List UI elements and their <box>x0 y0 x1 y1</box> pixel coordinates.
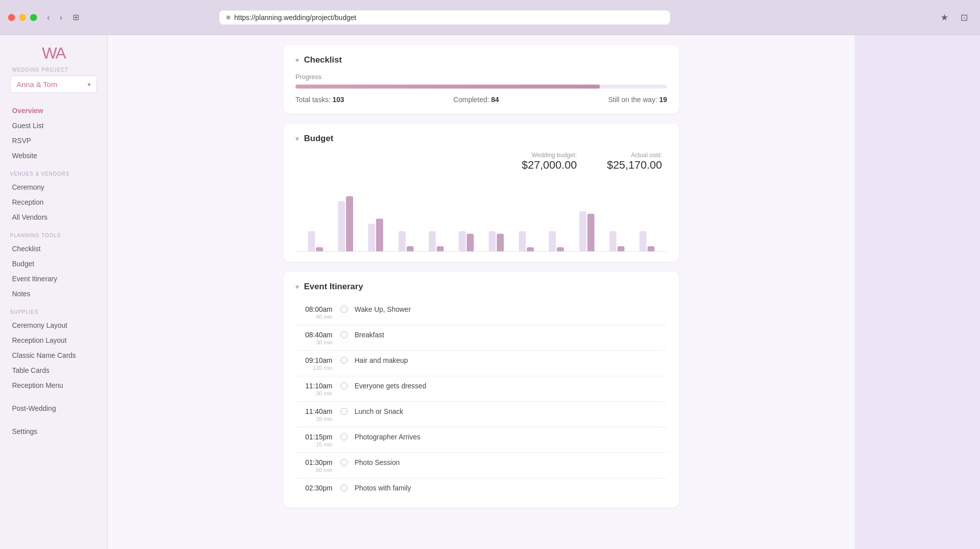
chart-bar-group <box>421 231 451 251</box>
budget-stats: Wedding budget: $27,000.00 Actual cost: … <box>295 152 667 172</box>
close-button[interactable] <box>8 14 15 21</box>
actual-cost-stat: Actual cost: $25,170.00 <box>607 152 662 172</box>
checklist-header[interactable]: ▾ Checklist <box>295 55 667 65</box>
still-on-way-stat: Still on the way: 19 <box>608 96 667 104</box>
itinerary-time-block: 09:10am120 min <box>295 356 341 371</box>
chart-bar-group <box>511 231 541 251</box>
chart-bar-group <box>391 231 421 251</box>
sidebar-item-notes[interactable]: Notes <box>8 286 99 301</box>
itinerary-item: 08:40am30 minBreakfast <box>295 325 667 351</box>
itinerary-time: 01:15pm <box>305 433 333 441</box>
actual-cost-value: $25,170.00 <box>607 159 662 172</box>
itinerary-time: 09:10am <box>305 356 333 364</box>
budget-bar <box>338 201 345 251</box>
actual-bar <box>316 247 323 251</box>
progress-bar-track <box>295 85 667 89</box>
budget-bar <box>639 231 646 251</box>
total-tasks-value: 103 <box>333 96 344 104</box>
completed-value: 84 <box>491 96 499 104</box>
actual-bar <box>467 234 474 251</box>
sidebar-item-ceremony-layout[interactable]: Ceremony Layout <box>8 318 99 333</box>
nav-settings-section: Settings <box>0 424 107 439</box>
itinerary-time: 02:30pm <box>305 484 333 492</box>
sidebar-item-overview[interactable]: Overview <box>8 103 99 118</box>
sidebar-item-reception-menu[interactable]: Reception Menu <box>8 378 99 393</box>
sidebar-item-guest-list[interactable]: Guest List <box>8 118 99 133</box>
actual-cost-label: Actual cost: <box>607 152 662 159</box>
expand-button[interactable]: ⊡ <box>956 10 972 25</box>
itinerary-time: 08:00am <box>305 305 333 313</box>
forward-button[interactable]: › <box>56 11 66 24</box>
browser-actions: ★ ⊡ <box>936 10 972 25</box>
sidebar-logo: WA WEDDING PROJECT Anna & Tom ▾ <box>0 45 107 93</box>
sidebar-item-checklist[interactable]: Checklist <box>8 241 99 256</box>
sidebar-item-budget[interactable]: Budget <box>8 256 99 271</box>
minimize-button[interactable] <box>19 14 26 21</box>
maximize-button[interactable] <box>30 14 37 21</box>
sidebar-item-reception[interactable]: Reception <box>8 195 99 210</box>
planning-label: PLANNING TOOLS <box>8 233 99 238</box>
security-icon <box>226 16 230 20</box>
wedding-budget-stat: Wedding budget: $27,000.00 <box>522 152 577 172</box>
sidebar-item-website[interactable]: Website <box>8 148 99 163</box>
checklist-title: Checklist <box>304 55 342 65</box>
chart-bar-group <box>451 231 481 251</box>
bookmark-button[interactable]: ★ <box>936 10 952 25</box>
address-bar[interactable]: https://planning.wedding/project/budget <box>219 11 670 25</box>
sidebar-item-classic-name-cards[interactable]: Classic Name Cards <box>8 348 99 363</box>
budget-header[interactable]: ▾ Budget <box>295 134 667 144</box>
itinerary-duration: 40 min <box>295 314 333 320</box>
sidebar-item-table-cards[interactable]: Table Cards <box>8 363 99 378</box>
itinerary-time: 01:30pm <box>305 458 333 466</box>
completed-stat: Completed: 84 <box>453 96 499 104</box>
budget-bar <box>489 231 496 251</box>
sidebar-item-event-itinerary[interactable]: Event Itinerary <box>8 271 99 286</box>
itinerary-event-name: Wake Up, Shower <box>355 305 411 313</box>
itinerary-dot-icon <box>341 408 348 415</box>
content-wrapper: ▾ Checklist Progress Total tasks: 103 Co… <box>268 35 694 527</box>
sidebar-item-ceremony[interactable]: Ceremony <box>8 180 99 195</box>
project-dropdown[interactable]: Anna & Tom ▾ <box>10 76 97 93</box>
itinerary-dot-icon <box>341 306 348 313</box>
progress-stats: Total tasks: 103 Completed: 84 Still on … <box>295 96 667 104</box>
sidebar-item-all-vendors[interactable]: All Vendors <box>8 210 99 225</box>
logo-mark: WA <box>42 45 65 61</box>
actual-bar <box>617 246 624 251</box>
sidebar: WA WEDDING PROJECT Anna & Tom ▾ Overview… <box>0 35 108 549</box>
chart-bar-group <box>481 231 511 251</box>
sidebar-item-reception-layout[interactable]: Reception Layout <box>8 333 99 348</box>
actual-bar <box>407 246 414 251</box>
budget-bar <box>579 211 586 251</box>
actual-bar <box>376 219 383 251</box>
itinerary-time-block: 11:10am30 min <box>295 381 341 396</box>
sidebar-toggle-button[interactable]: ⊞ <box>69 11 83 24</box>
itinerary-time: 08:40am <box>305 331 333 339</box>
itinerary-duration: 60 min <box>295 467 333 473</box>
actual-bar <box>437 246 444 251</box>
actual-bar <box>346 196 353 251</box>
itinerary-duration: 15 min <box>295 441 333 447</box>
budget-bar <box>519 231 526 251</box>
itinerary-header[interactable]: ▾ Event Itinerary <box>295 282 667 292</box>
checklist-section: ▾ Checklist Progress Total tasks: 103 Co… <box>283 45 679 114</box>
itinerary-collapse-icon: ▾ <box>295 283 299 291</box>
still-on-way-label: Still on the way: <box>608 96 657 104</box>
right-panel <box>855 35 980 549</box>
main-content: ▾ Checklist Progress Total tasks: 103 Co… <box>108 35 855 549</box>
itinerary-item: 08:00am40 minWake Up, Shower <box>295 300 667 325</box>
sidebar-item-post-wedding[interactable]: Post-Wedding <box>8 401 99 416</box>
progress-label: Progress <box>295 73 667 81</box>
nav-supplies-section: SUPPLIES Ceremony Layout Reception Layou… <box>0 309 107 393</box>
chart-bar-group <box>541 231 571 251</box>
sidebar-item-rsvp[interactable]: RSVP <box>8 133 99 148</box>
total-tasks-stat: Total tasks: 103 <box>295 96 344 104</box>
project-name: Anna & Tom <box>17 80 57 89</box>
itinerary-event-name: Lunch or Snack <box>355 407 403 415</box>
chevron-down-icon: ▾ <box>88 81 91 88</box>
sidebar-item-settings[interactable]: Settings <box>8 424 99 439</box>
back-button[interactable]: ‹ <box>43 11 54 24</box>
actual-bar <box>497 234 504 251</box>
budget-bar <box>609 231 616 251</box>
budget-collapse-icon: ▾ <box>295 135 299 143</box>
itinerary-dot-icon <box>341 357 348 364</box>
